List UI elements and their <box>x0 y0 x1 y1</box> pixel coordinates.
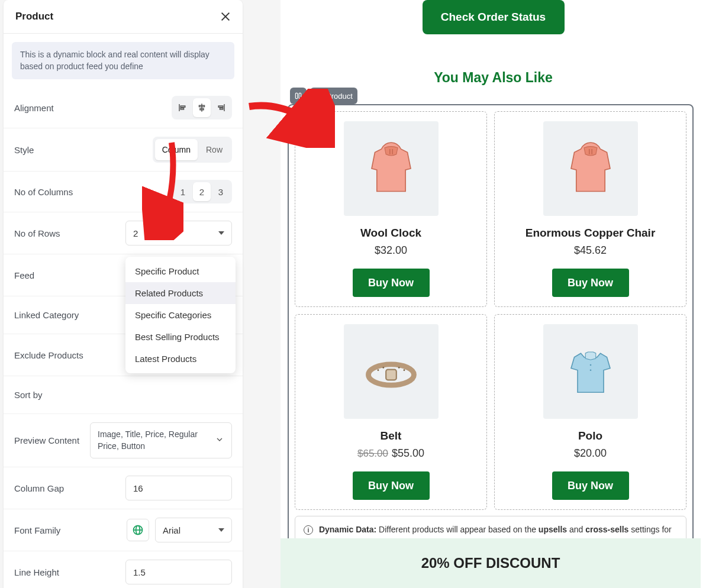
feed-label: Feed <box>14 270 34 280</box>
fontfamily-row: Font Family Arial <box>4 509 243 551</box>
product-image <box>344 121 439 216</box>
product-title: Belt <box>381 429 402 442</box>
feed-dropdown: Specific Product Related Products Specif… <box>125 257 236 373</box>
svg-point-19 <box>398 367 399 369</box>
buy-now-button[interactable]: Buy Now <box>552 269 629 297</box>
discount-banner: 20% OFF DISCOUNT <box>281 538 701 588</box>
preview-row: Preview Content Image, Title, Price, Reg… <box>4 414 243 467</box>
alignment-row: Alignment <box>4 88 243 128</box>
cols-3-button[interactable]: 3 <box>212 182 230 201</box>
rows-value: 2 <box>133 228 138 238</box>
product-price: $32.00 <box>375 244 407 257</box>
svg-point-20 <box>403 369 405 371</box>
close-icon[interactable] <box>220 11 231 22</box>
dyn-b2: cross-sells <box>585 525 628 534</box>
product-card: Enormous Copper Chair $45.62 Buy Now <box>494 111 686 307</box>
lineheight-row: Line Height <box>4 551 243 588</box>
linked-category-label: Linked Category <box>14 310 79 320</box>
align-center-button[interactable] <box>193 98 211 117</box>
feed-option-specific-product[interactable]: Specific Product <box>125 260 236 282</box>
style-row-button[interactable]: Row <box>199 139 230 160</box>
cols-2-button[interactable]: 2 <box>193 182 211 201</box>
info-icon: i <box>304 525 313 535</box>
svg-point-22 <box>589 369 591 371</box>
svg-rect-16 <box>386 370 396 380</box>
product-sale-price: $55.00 <box>392 447 424 459</box>
svg-rect-14 <box>299 93 301 98</box>
product-image <box>543 324 638 419</box>
rows-select[interactable]: 2 <box>125 221 232 245</box>
buy-now-button[interactable]: Buy Now <box>552 471 629 500</box>
check-order-status-button[interactable]: Check Order Status <box>423 0 565 34</box>
svg-rect-2 <box>180 108 183 109</box>
exclude-label: Exclude Products <box>14 350 83 360</box>
product-title: Enormous Copper Chair <box>526 227 656 240</box>
dyn-mid2: and <box>567 525 585 534</box>
preview-label: Preview Content <box>14 435 79 445</box>
chevron-down-icon <box>218 528 224 532</box>
panel-header: Product <box>4 0 243 34</box>
you-may-also-like-heading: You May Also Like <box>281 70 706 86</box>
lineheight-input[interactable] <box>125 560 232 584</box>
product-card: Belt $65.00$55.00 Buy Now <box>295 314 487 510</box>
rows-row: No of Rows 2 <box>4 212 243 254</box>
style-row: Style Column Row <box>4 128 243 172</box>
panel-title: Product <box>15 11 53 22</box>
product-title: Polo <box>578 429 602 442</box>
chevron-down-icon <box>218 231 224 235</box>
product-block[interactable]: Wool Clock $32.00 Buy Now Enormous Coppe… <box>288 104 694 563</box>
columns-label: No of Columns <box>14 187 73 197</box>
svg-point-21 <box>589 364 591 366</box>
colgap-input[interactable] <box>125 476 232 500</box>
svg-point-17 <box>377 369 379 371</box>
svg-rect-1 <box>180 106 185 107</box>
lineheight-label: Line Height <box>14 567 59 577</box>
product-title: Wool Clock <box>360 227 421 240</box>
colgap-row: Column Gap <box>4 467 243 509</box>
buy-now-button[interactable]: Buy Now <box>353 471 430 500</box>
svg-point-18 <box>382 367 384 369</box>
globe-icon[interactable] <box>127 519 149 541</box>
fontfamily-value: Arial <box>163 525 180 535</box>
alignment-segmented <box>172 96 232 119</box>
product-price: $45.62 <box>574 244 607 257</box>
move-icon <box>315 92 323 100</box>
block-label-button[interactable]: Product <box>310 88 357 104</box>
feed-option-related-products[interactable]: Related Products <box>125 282 236 304</box>
product-card: Polo $20.00 Buy Now <box>494 314 686 510</box>
product-image <box>344 324 439 419</box>
feed-option-specific-categories[interactable]: Specific Categories <box>125 304 236 326</box>
colgap-label: Column Gap <box>14 483 64 493</box>
product-price: $65.00$55.00 <box>357 447 424 460</box>
product-price: $20.00 <box>574 447 607 460</box>
product-card: Wool Clock $32.00 Buy Now <box>295 111 487 307</box>
block-toolbar: Product <box>290 88 357 104</box>
products-grid: Wool Clock $32.00 Buy Now Enormous Coppe… <box>289 105 692 516</box>
feed-option-best-selling[interactable]: Best Selling Products <box>125 326 236 348</box>
fontfamily-select[interactable]: Arial <box>155 518 232 542</box>
info-callout: This is a dynamic block and real content… <box>12 42 234 79</box>
style-column-button[interactable]: Column <box>155 139 198 160</box>
preview-select[interactable]: Image, Title, Price, Regular Price, Butt… <box>90 422 232 458</box>
dyn-b1: upsells <box>539 525 567 534</box>
columns-row: No of Columns 1 2 3 <box>4 172 243 212</box>
product-image <box>543 121 638 216</box>
alignment-label: Alignment <box>14 103 54 113</box>
dyn-mid1: Different products will appear based on … <box>376 525 539 534</box>
sortby-label: Sort by <box>14 390 43 400</box>
cols-1-button[interactable]: 1 <box>174 182 192 201</box>
dyn-prefix: Dynamic Data: <box>319 525 376 534</box>
align-right-button[interactable] <box>212 98 230 117</box>
buy-now-button[interactable]: Buy Now <box>353 269 430 297</box>
style-label: Style <box>14 145 34 155</box>
svg-rect-13 <box>295 93 298 98</box>
style-segmented: Column Row <box>153 137 232 163</box>
svg-rect-7 <box>218 106 223 107</box>
columns-icon-button[interactable] <box>290 88 307 104</box>
columns-segmented: 1 2 3 <box>172 180 232 203</box>
sortby-row: Sort by <box>4 376 243 414</box>
align-left-button[interactable] <box>174 98 192 117</box>
feed-option-latest[interactable]: Latest Products <box>125 348 236 370</box>
block-label-text: Product <box>326 92 353 101</box>
chevron-down-icon <box>215 435 224 447</box>
